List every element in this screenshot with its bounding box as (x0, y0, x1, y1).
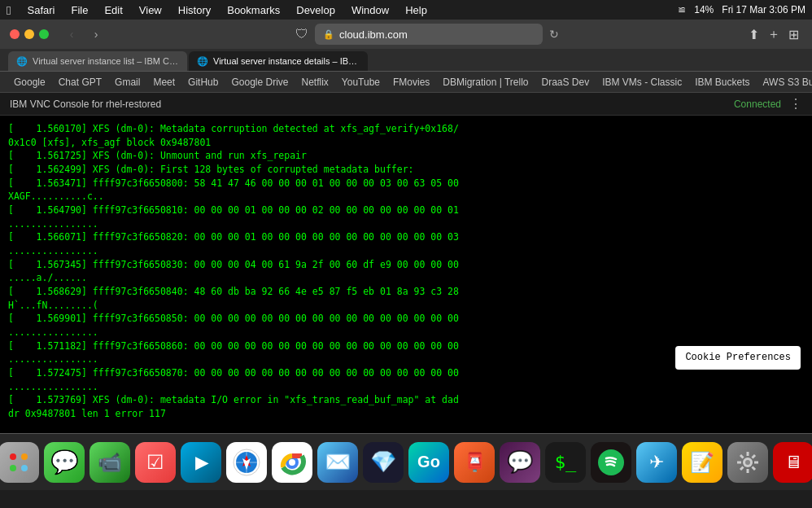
menu-bookmarks[interactable]: Bookmarks (224, 4, 283, 16)
dock-item-mail[interactable]: ✉️ (317, 442, 358, 483)
bookmark-gmail[interactable]: Gmail (109, 75, 146, 90)
apple-menu[interactable]:  (7, 3, 11, 17)
lock-icon: 🔒 (323, 29, 334, 40)
datetime: Fri 17 Mar 3:06 PM (722, 4, 805, 15)
browser-nav: ‹ › (62, 24, 106, 44)
dock-item-slack[interactable]: 💬 (500, 442, 540, 483)
new-tab-button[interactable]: ＋ (767, 26, 780, 43)
tab-favicon-vsi-list: 🌐 (16, 55, 28, 67)
dock-item-testflight[interactable]: ✈ (636, 442, 677, 483)
bookmark-github[interactable]: GitHub (182, 75, 224, 90)
svg-line-28 (753, 455, 756, 458)
menu-help[interactable]: Help (402, 4, 430, 16)
dock-item-prime-video[interactable]: ▶ (181, 442, 221, 483)
vnc-header: IBM VNC Console for rhel-restored Connec… (0, 93, 812, 116)
svg-point-19 (598, 449, 624, 475)
tab-title-vsi-details: Virtual server instance details – IBM Cl… (213, 56, 360, 66)
url-text: cloud.ibm.com (339, 28, 408, 41)
dock-item-launchpad[interactable] (0, 442, 39, 483)
dock-item-chrome[interactable] (272, 442, 312, 483)
svg-line-26 (740, 455, 744, 458)
dock-item-rdm[interactable]: 🖥 (773, 442, 812, 483)
dock-item-goland[interactable]: Go (408, 442, 449, 483)
tab-favicon-vsi-details: 🌐 (197, 55, 208, 67)
address-bar-container: 🛡 🔒 cloud.ibm.com ↻ (112, 24, 742, 45)
fullscreen-button[interactable] (39, 29, 49, 39)
svg-rect-5 (7, 450, 31, 475)
bookmark-ibmvms[interactable]: IBM VMs - Classic (596, 75, 688, 90)
forward-button[interactable]: › (86, 24, 106, 44)
tab-bar: 🌐 Virtual server instance list – IBM Clo… (0, 49, 812, 72)
svg-point-7 (21, 453, 28, 460)
svg-point-21 (745, 460, 750, 465)
close-button[interactable] (10, 29, 20, 39)
bookmarks-bar: Google Chat GPT Gmail Meet GitHub Google… (0, 72, 812, 93)
dock-item-obsidian[interactable]: 💎 (363, 442, 404, 483)
menu-edit[interactable]: Edit (101, 4, 125, 16)
bookmark-google[interactable]: Google (8, 75, 51, 90)
bookmark-meet[interactable]: Meet (147, 75, 181, 90)
dock-item-system-prefs[interactable] (727, 442, 768, 483)
bookmark-youtube[interactable]: YouTube (336, 75, 386, 90)
sidebar-button[interactable]: ⊞ (788, 27, 799, 42)
tab-title-vsi-list: Virtual server instance list – IBM Cloud… (33, 56, 179, 66)
share-button[interactable]: ⬆ (749, 27, 759, 42)
back-button[interactable]: ‹ (62, 24, 81, 44)
svg-point-6 (10, 453, 16, 460)
vnc-status: Connected (734, 99, 781, 110)
menu-safari[interactable]: Safari (24, 4, 58, 16)
terminal-output: [ 1.560170] XFS (dm-0): Metadata corrupt… (8, 122, 804, 421)
menu-history[interactable]: History (175, 4, 214, 16)
dock-item-safari[interactable] (226, 442, 267, 483)
vnc-menu-button[interactable]: ⋮ (789, 96, 802, 112)
bookmark-awss3[interactable]: AWS S3 Buckets (757, 75, 812, 90)
bookmark-chatgpt[interactable]: Chat GPT (53, 75, 107, 90)
shield-icon: 🛡 (295, 27, 308, 42)
dock-item-postman[interactable]: 📮 (454, 442, 495, 483)
address-bar[interactable]: 🔒 cloud.ibm.com (315, 24, 543, 45)
browser-actions: ⬆ ＋ ⊞ (749, 26, 799, 43)
bookmark-netflix[interactable]: Netflix (295, 75, 334, 90)
tab-vsi-details[interactable]: 🌐 Virtual server instance details – IBM … (189, 51, 368, 71)
menu-view[interactable]: View (136, 4, 165, 16)
svg-line-27 (753, 466, 756, 470)
traffic-lights (10, 29, 49, 39)
menubar:  Safari File Edit View History Bookmark… (0, 0, 812, 20)
bookmark-ibmbuckets[interactable]: IBM Buckets (689, 75, 755, 90)
menubar-right: ≌ 14% Fri 17 Mar 3:06 PM (678, 4, 805, 15)
reload-button[interactable]: ↻ (549, 28, 559, 41)
minimize-button[interactable] (24, 29, 34, 39)
menu-window[interactable]: Window (348, 4, 392, 16)
wifi-icon[interactable]: ≌ (678, 4, 686, 15)
cookie-preferences-button[interactable]: Cookie Preferences (675, 346, 801, 370)
dock-item-spotify[interactable] (591, 442, 631, 483)
bookmark-draas[interactable]: DraaS Dev (535, 75, 595, 90)
vnc-title: IBM VNC Console for rhel-restored (10, 99, 161, 110)
menu-file[interactable]: File (68, 4, 91, 16)
dock-item-notes[interactable]: 📝 (682, 442, 723, 483)
svg-line-29 (740, 466, 744, 470)
vnc-terminal[interactable]: [ 1.560170] XFS (dm-0): Metadata corrupt… (0, 116, 812, 433)
tab-vsi-list[interactable]: 🌐 Virtual server instance list – IBM Clo… (8, 51, 187, 71)
menu-develop[interactable]: Develop (293, 4, 338, 16)
dock: 💬 📹 ☑ ▶ ✉️ 💎 Go 📮 💬 $_ (0, 433, 812, 490)
battery-indicator: 14% (694, 4, 714, 15)
browser-titlebar: ‹ › 🛡 🔒 cloud.ibm.com ↻ ⬆ ＋ ⊞ (0, 20, 812, 49)
svg-point-18 (289, 459, 295, 466)
dock-item-facetime[interactable]: 📹 (89, 442, 130, 483)
dock-item-terminal[interactable]: $_ (545, 442, 586, 483)
svg-point-8 (10, 465, 16, 471)
svg-point-9 (21, 465, 28, 471)
dock-item-messages[interactable]: 💬 (44, 442, 85, 483)
bookmark-dbmigration[interactable]: DBMigration | Trello (437, 75, 534, 90)
dock-item-reminders[interactable]: ☑ (135, 442, 176, 483)
bookmark-gdrive[interactable]: Google Drive (225, 75, 294, 90)
bookmark-fmovies[interactable]: FMovies (387, 75, 435, 90)
